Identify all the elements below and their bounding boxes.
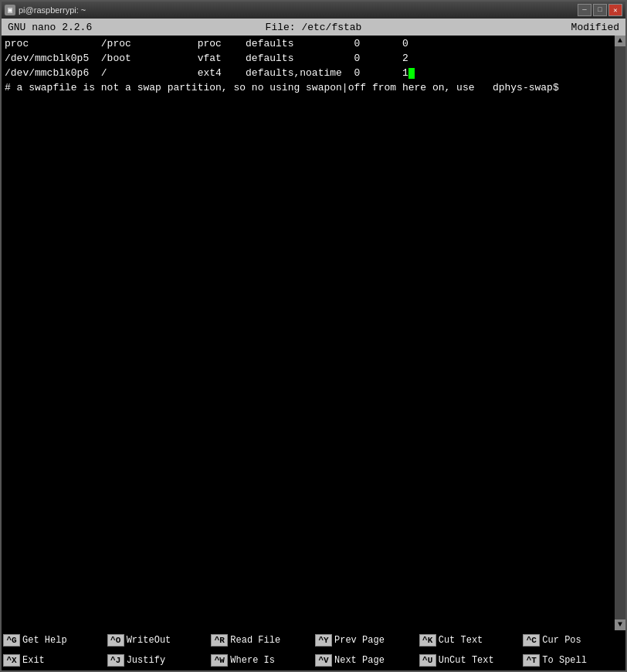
- editor-line: proc /proc proc defaults 0 0: [5, 37, 622, 52]
- key-ctrl-w[interactable]: ^W: [211, 654, 228, 667]
- label-to-spell: To Spell: [542, 655, 587, 666]
- scrollbar-track[interactable]: [615, 46, 625, 619]
- footer-item-curpos: ^C Cur Pos: [521, 630, 625, 650]
- terminal-icon: ▣: [5, 5, 15, 15]
- footer-item-cuttext: ^K Cut Text: [418, 630, 522, 650]
- footer-row-2: ^X Exit ^J Justify ^W Where Is ^V Next P…: [2, 650, 625, 670]
- key-ctrl-o[interactable]: ^O: [107, 634, 124, 647]
- label-read-file: Read File: [230, 635, 280, 646]
- key-ctrl-c[interactable]: ^C: [523, 634, 540, 647]
- window-controls: ─ □ ✕: [578, 4, 622, 16]
- label-exit: Exit: [22, 655, 45, 666]
- label-justify: Justify: [127, 655, 165, 666]
- footer-item-help: ^G Get Help: [2, 630, 106, 650]
- key-ctrl-x[interactable]: ^X: [3, 654, 20, 667]
- footer-item-exit: ^X Exit: [2, 650, 106, 670]
- label-get-help: Get Help: [22, 635, 67, 646]
- footer-row-1: ^G Get Help ^O WriteOut ^R Read File ^Y …: [2, 630, 625, 650]
- key-ctrl-u[interactable]: ^U: [419, 654, 436, 667]
- footer-item-prevpage: ^Y Prev Page: [314, 630, 418, 650]
- editor-area[interactable]: proc /proc proc defaults 0 0 /dev/mmcblk…: [2, 36, 625, 630]
- text-cursor: [408, 68, 415, 79]
- title-bar-left: ▣ pi@raspberrypi: ~: [5, 5, 86, 15]
- nano-filename: File: /etc/fstab: [161, 22, 466, 33]
- key-ctrl-k[interactable]: ^K: [419, 634, 436, 647]
- footer-item-uncuttext: ^U UnCut Text: [418, 650, 522, 670]
- footer-item-writeout: ^O WriteOut: [106, 630, 210, 650]
- label-where-is: Where Is: [230, 655, 275, 666]
- key-ctrl-y[interactable]: ^Y: [315, 634, 332, 647]
- scroll-down-button[interactable]: ▼: [615, 619, 625, 630]
- terminal-window: ▣ pi@raspberrypi: ~ ─ □ ✕ GNU nano 2.2.6…: [0, 0, 627, 672]
- footer-item-whereis: ^W Where Is: [209, 650, 314, 670]
- title-text: pi@raspberrypi: ~: [19, 5, 86, 15]
- label-next-page: Next Page: [334, 655, 385, 666]
- editor-line: /dev/mmcblk0p5 /boot vfat defaults 0 2: [5, 52, 622, 66]
- footer-item-justify: ^J Justify: [106, 650, 210, 670]
- nano-footer: ^G Get Help ^O WriteOut ^R Read File ^Y …: [2, 630, 625, 670]
- label-cur-pos: Cur Pos: [542, 635, 581, 646]
- editor-line: # a swapfile is not a swap partition, so…: [5, 81, 622, 96]
- scroll-up-button[interactable]: ▲: [615, 36, 625, 46]
- label-cut-text: Cut Text: [439, 635, 483, 646]
- key-ctrl-g[interactable]: ^G: [3, 634, 20, 647]
- nano-modified: Modified: [466, 22, 619, 33]
- key-ctrl-v[interactable]: ^V: [315, 654, 332, 667]
- nano-header: GNU nano 2.2.6 File: /etc/fstab Modified: [2, 19, 625, 36]
- footer-item-nextpage: ^V Next Page: [314, 650, 418, 670]
- editor-line: /dev/mmcblk0p6 / ext4 defaults,noatime 0…: [5, 66, 622, 81]
- label-uncut-text: UnCut Text: [439, 655, 494, 666]
- nano-version: GNU nano 2.2.6: [8, 22, 161, 33]
- key-ctrl-t[interactable]: ^T: [523, 654, 540, 667]
- minimize-button[interactable]: ─: [578, 4, 591, 16]
- close-button[interactable]: ✕: [608, 4, 622, 16]
- maximize-button[interactable]: □: [593, 4, 607, 16]
- footer-item-readfile: ^R Read File: [209, 630, 314, 650]
- key-ctrl-r[interactable]: ^R: [211, 634, 228, 647]
- footer-item-tospell: ^T To Spell: [521, 650, 625, 670]
- key-ctrl-j[interactable]: ^J: [107, 654, 124, 667]
- label-prev-page: Prev Page: [334, 635, 385, 646]
- scrollbar[interactable]: ▲ ▼: [615, 36, 625, 630]
- title-bar: ▣ pi@raspberrypi: ~ ─ □ ✕: [2, 2, 625, 19]
- label-writeout: WriteOut: [127, 635, 171, 646]
